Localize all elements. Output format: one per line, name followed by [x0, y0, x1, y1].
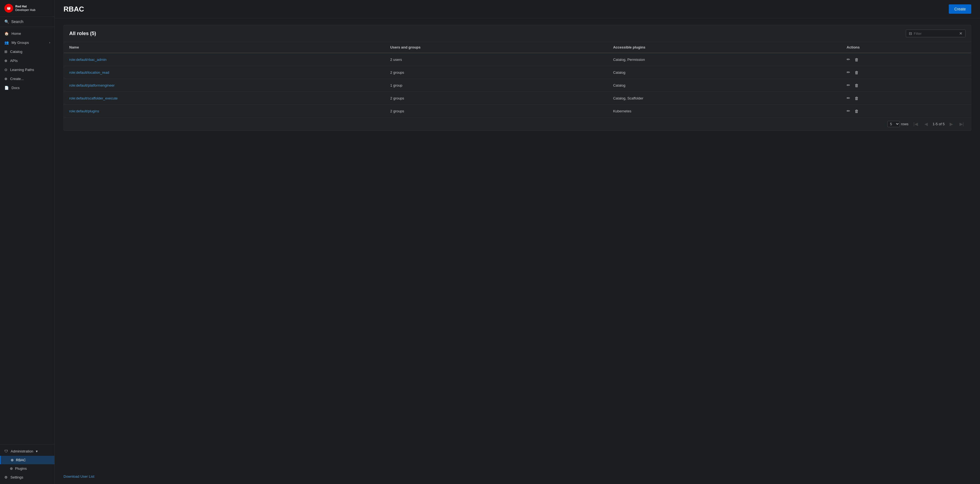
api-icon: ⊕: [5, 59, 7, 63]
role-users-groups-cell: 1 group: [385, 79, 608, 92]
role-actions-cell: ✏ 🗑: [841, 105, 971, 118]
admin-section: 🛡 Administration ▾ ⊛ RBAC ⊛ Plugins: [0, 447, 54, 473]
sidebar-item-rbac[interactable]: ⊛ RBAC: [0, 456, 54, 464]
sidebar-sub-label: Plugins: [15, 466, 27, 471]
filter-icon: ⊟: [909, 31, 912, 36]
page-body: All roles (5) ⊟ ✕ Name Users and groups …: [55, 18, 980, 469]
page-title: RBAC: [64, 5, 84, 13]
delete-icon[interactable]: 🗑: [854, 96, 859, 101]
admin-label: Administration: [11, 449, 33, 453]
sidebar-item-catalog[interactable]: ⊞ Catalog: [0, 47, 54, 56]
role-plugins-cell: Catalog, Scaffolder: [608, 92, 841, 105]
delete-icon[interactable]: 🗑: [854, 109, 859, 113]
sidebar-item-label: Home: [11, 32, 21, 36]
last-page-button[interactable]: ▶|: [958, 121, 966, 127]
sidebar-item-plugins[interactable]: ⊛ Plugins: [0, 464, 54, 473]
sidebar-logo-text: Red Hat Developer Hub: [15, 5, 35, 12]
home-icon: 🏠: [5, 32, 9, 36]
prev-page-button[interactable]: ◀: [923, 121, 929, 127]
redhat-logo-icon: [5, 4, 13, 13]
col-header-name: Name: [64, 42, 385, 53]
sidebar-item-learning-paths[interactable]: ⊙ Learning Paths: [0, 65, 54, 74]
rows-label: rows: [901, 122, 908, 126]
role-name-cell: role:default/rbac_admin: [64, 53, 385, 66]
learning-icon: ⊙: [5, 68, 7, 72]
role-actions-cell: ✏ 🗑: [841, 92, 971, 105]
roles-card-header: All roles (5) ⊟ ✕: [64, 25, 971, 42]
admin-sub-menu: ⊛ RBAC ⊛ Plugins: [0, 456, 54, 473]
table-header-row: Name Users and groups Accessible plugins…: [64, 42, 971, 53]
table-row: role:default/plugins 2 groups Kubernetes…: [64, 105, 971, 118]
roles-table-head: Name Users and groups Accessible plugins…: [64, 42, 971, 53]
edit-icon[interactable]: ✏: [847, 109, 850, 113]
col-header-plugins: Accessible plugins: [608, 42, 841, 53]
roles-table-title: All roles (5): [69, 31, 96, 37]
edit-icon[interactable]: ✏: [847, 57, 850, 62]
sidebar-item-label: Create...: [10, 77, 24, 81]
role-plugins-cell: Kubernetes: [608, 105, 841, 118]
sidebar-item-settings[interactable]: ⚙ Settings: [0, 473, 54, 482]
role-users-groups-cell: 2 groups: [385, 105, 608, 118]
groups-icon: 👥: [5, 41, 9, 45]
sidebar-item-my-groups[interactable]: 👥 My Groups ›: [0, 38, 54, 47]
sidebar: Red Hat Developer Hub 🔍 Search 🏠 Home 👥 …: [0, 0, 55, 484]
role-users-groups-cell: 2 users: [385, 53, 608, 66]
delete-icon[interactable]: 🗑: [854, 70, 859, 75]
catalog-icon: ⊞: [5, 50, 7, 54]
sidebar-logo: Red Hat Developer Hub: [0, 0, 54, 17]
filter-input-wrap[interactable]: ⊟ ✕: [906, 30, 966, 37]
sidebar-item-administration[interactable]: 🛡 Administration ▾: [0, 447, 54, 456]
table-row: role:default/location_read 2 groups Cata…: [64, 66, 971, 79]
main-content: RBAC Create All roles (5) ⊟ ✕ Name Users…: [55, 0, 980, 484]
role-name-link[interactable]: role:default/plugins: [69, 109, 99, 113]
sidebar-item-label: APIs: [10, 59, 18, 63]
col-header-actions: Actions: [841, 42, 971, 53]
table-row: role:default/platformengineer 1 group Ca…: [64, 79, 971, 92]
chevron-right-icon: ›: [49, 41, 50, 44]
sidebar-item-label: Docs: [11, 86, 20, 90]
col-header-users-groups: Users and groups: [385, 42, 608, 53]
role-name-cell: role:default/location_read: [64, 66, 385, 79]
sidebar-search[interactable]: 🔍 Search: [0, 17, 54, 27]
role-plugins-cell: Catalog: [608, 66, 841, 79]
role-name-link[interactable]: role:default/scaffolder_execute: [69, 96, 118, 100]
roles-table-card: All roles (5) ⊟ ✕ Name Users and groups …: [64, 25, 971, 131]
search-label: Search: [11, 19, 23, 24]
first-page-button[interactable]: |◀: [912, 121, 920, 127]
sidebar-item-label: Settings: [10, 475, 23, 479]
chevron-down-icon: ▾: [36, 449, 38, 453]
filter-clear-icon[interactable]: ✕: [959, 31, 963, 36]
search-icon: 🔍: [5, 19, 9, 24]
sidebar-sub-label: RBAC: [16, 458, 26, 462]
download-user-list-link[interactable]: Download User List: [55, 469, 980, 484]
next-page-button[interactable]: ▶: [948, 121, 955, 127]
delete-icon[interactable]: 🗑: [854, 57, 859, 62]
role-actions-cell: ✏ 🗑: [841, 66, 971, 79]
logo-line2: Developer Hub: [15, 8, 35, 12]
create-button[interactable]: Create: [949, 5, 971, 14]
table-row: role:default/scaffolder_execute 2 groups…: [64, 92, 971, 105]
sidebar-item-label: Learning Paths: [10, 68, 34, 72]
role-name-cell: role:default/scaffolder_execute: [64, 92, 385, 105]
edit-icon[interactable]: ✏: [847, 83, 850, 88]
sidebar-item-home[interactable]: 🏠 Home: [0, 29, 54, 38]
logo-line1: Red Hat: [15, 5, 35, 8]
role-users-groups-cell: 2 groups: [385, 66, 608, 79]
edit-icon[interactable]: ✏: [847, 96, 850, 101]
role-name-cell: role:default/plugins: [64, 105, 385, 118]
sidebar-item-create[interactable]: ⊕ Create...: [0, 74, 54, 83]
filter-input[interactable]: [914, 32, 958, 36]
role-name-link[interactable]: role:default/platformengineer: [69, 83, 115, 88]
role-name-link[interactable]: role:default/location_read: [69, 70, 109, 75]
delete-icon[interactable]: 🗑: [854, 83, 859, 88]
docs-icon: 📄: [5, 86, 9, 90]
roles-table: Name Users and groups Accessible plugins…: [64, 42, 971, 117]
sidebar-item-docs[interactable]: 📄 Docs: [0, 83, 54, 93]
rows-per-page-select[interactable]: 5 10 20 50: [888, 121, 900, 127]
role-name-link[interactable]: role:default/rbac_admin: [69, 58, 107, 62]
edit-icon[interactable]: ✏: [847, 70, 850, 75]
role-actions-cell: ✏ 🗑: [841, 79, 971, 92]
role-plugins-cell: Catalog, Permission: [608, 53, 841, 66]
plugins-icon: ⊛: [10, 466, 13, 471]
sidebar-item-apis[interactable]: ⊕ APIs: [0, 56, 54, 65]
